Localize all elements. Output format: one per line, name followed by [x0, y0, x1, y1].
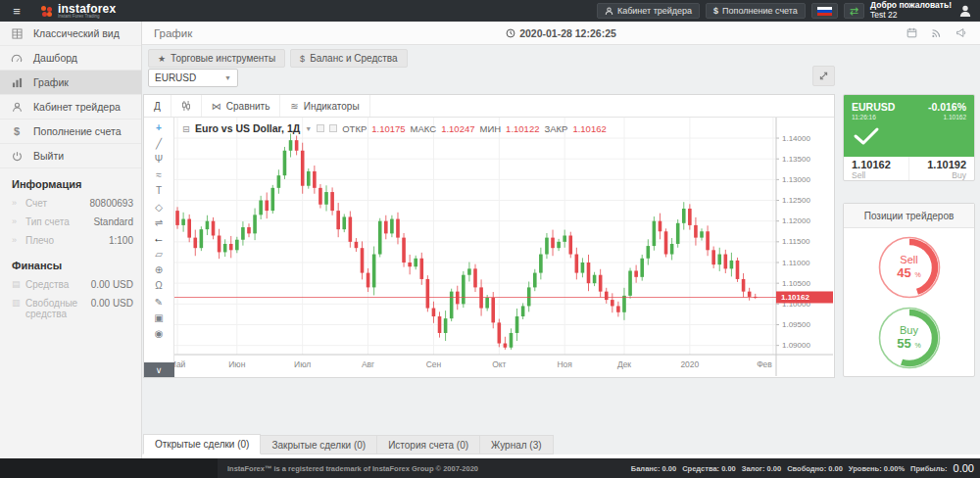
main-toolbar: ★ Торговые инструменты $ Баланс и Средст…	[148, 49, 408, 68]
svg-text:1.13500: 1.13500	[782, 155, 810, 164]
language-flag-button[interactable]	[811, 3, 838, 19]
sidebar-item-trader-cabinet[interactable]: Кабинет трейдера	[0, 95, 141, 120]
arrow-tool-icon[interactable]: ←	[148, 230, 170, 246]
welcome-block: Добро пожаловать! Test 22	[870, 1, 952, 21]
drawing-mode-tool-icon[interactable]: ✎	[148, 294, 170, 310]
svg-text:1.10500: 1.10500	[782, 279, 810, 288]
svg-text:Фев: Фев	[757, 359, 772, 369]
tab-open-trades[interactable]: Открытые сделки (0)	[143, 434, 261, 454]
svg-text:1.11500: 1.11500	[782, 237, 810, 246]
compare-button[interactable]: ⋈ Сравнить	[202, 95, 281, 117]
deposit-label: Пополнение счета	[722, 6, 798, 16]
mini-chart-icon: ▥	[12, 298, 25, 308]
svg-text:1.12000: 1.12000	[782, 216, 810, 225]
chart-legend: ⊟ Euro vs US Dollar, 1Д ▼ ОТКР 1.10175 М…	[182, 122, 607, 134]
magnet-tool-icon[interactable]: Ω	[148, 278, 170, 294]
svg-text:Сен: Сен	[426, 359, 442, 369]
pitchfork-tool-icon[interactable]: Ψ	[148, 151, 170, 167]
xabcd-pattern-tool-icon[interactable]: ◇	[148, 199, 170, 215]
tab-closed-trades[interactable]: Закрытые сделки (0)	[261, 435, 377, 454]
collapse-toolbar-icon[interactable]: ∨	[144, 362, 174, 377]
fullscreen-button[interactable]	[812, 66, 835, 86]
buy-price-cell[interactable]: 1.10192 Buy	[908, 157, 974, 181]
brush-tool-icon[interactable]: ≈	[148, 167, 170, 183]
footer-stats: Баланс: 0.00Средства: 0.00Залог: 0.00Сво…	[631, 462, 980, 474]
crosshair-tool-icon[interactable]: +	[148, 120, 170, 135]
legend-settings-icon[interactable]	[317, 124, 324, 132]
hide-drawings-tool-icon[interactable]: ◉	[148, 325, 170, 341]
trading-instruments-label: Торговые инструменты	[171, 53, 275, 64]
footer-stat: Средства: 0.00	[682, 464, 736, 473]
trader-cabinet-button[interactable]: Кабинет трейдера	[597, 3, 700, 19]
sidebar-item-label: Пополнение счета	[33, 125, 122, 137]
sidebar-item-classic-view[interactable]: Классический вид	[0, 22, 141, 46]
info-row-account-type: » Тип счета Standard	[0, 213, 141, 231]
trading-instruments-button[interactable]: ★ Торговые инструменты	[148, 49, 285, 68]
sidebar-item-label: Выйти	[33, 150, 64, 162]
measure-tool-icon[interactable]: ▱	[148, 247, 170, 263]
page-header: График 2020-01-28 12:26:25	[142, 22, 980, 45]
chevron-down-icon: ▼	[224, 74, 231, 81]
chevrons-icon: »	[12, 198, 25, 208]
chart-style-button[interactable]	[172, 95, 202, 117]
tab-account-history[interactable]: История счета (0)	[377, 435, 480, 454]
calendar-icon[interactable]	[906, 27, 917, 38]
quote-change: -0.016%	[928, 101, 966, 113]
user-icon	[605, 7, 613, 16]
collapse-icon[interactable]: ⊟	[182, 123, 190, 134]
dollar-icon: $	[300, 54, 305, 64]
open-label: ОТКР	[342, 123, 367, 134]
footer-trademark: InstaForex™ is a registered trademark of…	[227, 464, 478, 473]
legend-close-icon[interactable]	[329, 124, 337, 132]
quote-summary[interactable]: EURUSD -0.016% 11:26:16 1.10162	[844, 95, 974, 157]
chart-plot-area[interactable]: ⊟ Euro vs US Dollar, 1Д ▼ ОТКР 1.10175 М…	[174, 118, 834, 377]
svg-text:Окт: Окт	[492, 359, 506, 369]
finance-section-header: Финансы	[0, 250, 141, 275]
chart-symbol-title: Euro vs US Dollar, 1Д	[195, 122, 300, 134]
trend-line-tool-icon[interactable]: ╱	[148, 135, 170, 151]
symbol-select[interactable]: EURUSD ▼	[148, 69, 238, 87]
svg-text:2020: 2020	[680, 359, 699, 369]
high-label: МАКС	[411, 123, 437, 134]
info-section-header: Информация	[0, 168, 141, 194]
sidebar-item-chart[interactable]: График	[0, 71, 141, 95]
sell-price-cell[interactable]: 1.10162 Sell	[844, 157, 908, 181]
sidebar-item-logout[interactable]: Выйти	[0, 144, 141, 168]
balance-funds-label: Баланс и Средства	[310, 53, 398, 64]
finance-label: Свободные средства	[25, 298, 86, 319]
tab-journal[interactable]: Журнал (3)	[480, 435, 554, 454]
swap-arrows-icon: ⇄	[850, 6, 858, 17]
chart-toolbar: Д ⋈ Сравнить ≋ Индикаторы	[144, 95, 834, 118]
trader-positions-title: Позиции трейдеров	[844, 204, 974, 228]
lock-drawings-tool-icon[interactable]: ▣	[148, 310, 170, 325]
announcement-icon[interactable]	[956, 27, 966, 38]
rss-icon[interactable]	[931, 27, 942, 38]
balance-funds-button[interactable]: $ Баланс и Средства	[290, 49, 408, 68]
zoom-in-tool-icon[interactable]: ⊕	[148, 263, 170, 278]
top-bar: ≡ instaforex Instant Forex Trading Кабин…	[0, 0, 980, 22]
close-value: 1.10162	[572, 123, 606, 134]
percent-sign: %	[914, 342, 920, 349]
logo: instaforex Instant Forex Trading	[41, 3, 116, 20]
long-short-position-tool-icon[interactable]: ⇌	[148, 215, 170, 230]
chevron-down-icon[interactable]: ▼	[305, 125, 312, 132]
sidebar-item-deposit[interactable]: $ Пополнение счета	[0, 120, 141, 144]
indicators-button[interactable]: ≋ Индикаторы	[280, 95, 369, 117]
hamburger-menu-icon[interactable]: ≡	[0, 4, 33, 19]
svg-text:Авг: Авг	[362, 359, 374, 369]
avatar[interactable]	[957, 4, 972, 19]
symbol-select-value: EURUSD	[155, 72, 196, 83]
text-tool-icon[interactable]: T	[148, 183, 170, 199]
finance-label: Средства	[25, 279, 86, 290]
finance-row-equity: ▤ Средства 0.00 USD	[0, 275, 141, 294]
account-switch-button[interactable]: ⇄	[844, 3, 864, 19]
timeframe-button[interactable]: Д	[144, 95, 172, 117]
power-icon	[0, 151, 33, 162]
candlestick-chart[interactable]: 1.140001.135001.130001.125001.120001.115…	[174, 118, 833, 376]
sidebar-item-dashboard[interactable]: Дашборд	[0, 46, 141, 71]
drawing-tools-sidebar: +╱Ψ≈T◇⇌←▱⊕Ω✎▣◉∨	[144, 118, 174, 377]
quote-time: 11:26:16	[852, 114, 876, 120]
deposit-button[interactable]: $ Пополнение счета	[706, 3, 806, 19]
footer-profit-label: Прибыль:	[910, 464, 948, 473]
chevrons-icon: »	[12, 235, 25, 245]
